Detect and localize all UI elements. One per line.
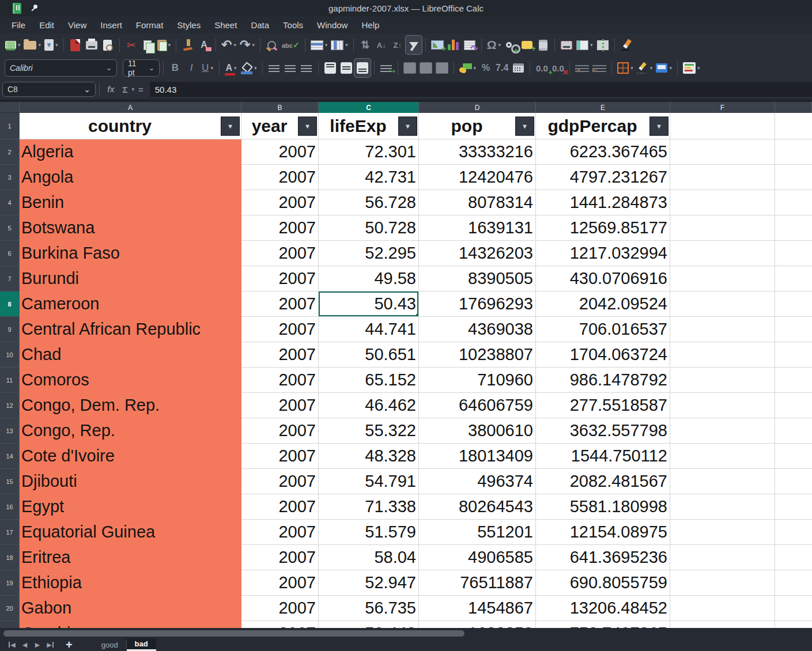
open-file-button[interactable]: ▾ bbox=[22, 36, 43, 54]
row-header-4[interactable]: 4 bbox=[0, 190, 20, 215]
caret-icon[interactable]: ▾ bbox=[590, 42, 593, 48]
scrollbar-thumb[interactable] bbox=[3, 630, 464, 637]
cell-E2[interactable]: 6223.367465 bbox=[536, 139, 670, 165]
cell-F17[interactable] bbox=[670, 520, 775, 545]
cell-12[interactable] bbox=[775, 393, 812, 418]
row-header-10[interactable]: 10 bbox=[0, 342, 20, 368]
cell-18[interactable] bbox=[775, 545, 812, 570]
paste-button[interactable]: ▾ bbox=[156, 36, 173, 54]
menu-item-file[interactable]: File bbox=[5, 18, 32, 32]
cell-E13[interactable]: 3632.557798 bbox=[536, 418, 670, 444]
cell-C19[interactable]: 52.947 bbox=[319, 570, 419, 596]
cell-F4[interactable] bbox=[670, 190, 775, 215]
show-draw-functions-button[interactable] bbox=[618, 36, 635, 54]
cell-A3[interactable]: Angola bbox=[20, 165, 241, 190]
row-header-11[interactable]: 11 bbox=[0, 368, 20, 393]
row-button[interactable]: ▾ bbox=[309, 36, 330, 54]
cell-F2[interactable] bbox=[670, 139, 775, 165]
row-header-16[interactable]: 16 bbox=[0, 494, 20, 520]
cell-A11[interactable]: Comoros bbox=[20, 368, 241, 393]
cell-E15[interactable]: 2082.481567 bbox=[536, 469, 670, 494]
header-cell-empty[interactable] bbox=[670, 113, 775, 139]
cell-2[interactable] bbox=[775, 139, 812, 165]
column-button[interactable]: ▾ bbox=[329, 36, 350, 54]
cell-B2[interactable]: 2007 bbox=[241, 139, 319, 165]
align-center-button[interactable] bbox=[282, 59, 299, 77]
caret-icon[interactable]: ▾ bbox=[234, 65, 237, 71]
percent-format-button[interactable]: % bbox=[478, 59, 494, 77]
cell-E17[interactable]: 12154.08975 bbox=[536, 520, 670, 545]
caret-icon[interactable]: ▾ bbox=[325, 42, 328, 48]
cell-13[interactable] bbox=[775, 418, 812, 444]
pivot-table-button[interactable] bbox=[462, 36, 478, 54]
cell-7[interactable] bbox=[775, 266, 812, 292]
function-wizard-button[interactable]: fx bbox=[103, 85, 118, 94]
sort-ascending-button[interactable]: A↓ bbox=[373, 36, 390, 54]
column-header-F[interactable]: F bbox=[670, 102, 775, 113]
caret-icon[interactable]: ▾ bbox=[630, 65, 633, 71]
add-sheet-button[interactable]: + bbox=[66, 638, 73, 651]
cell-A2[interactable]: Algeria bbox=[20, 139, 241, 165]
menu-item-format[interactable]: Format bbox=[129, 18, 171, 32]
cell-B6[interactable]: 2007 bbox=[241, 241, 319, 266]
cell-F16[interactable] bbox=[670, 494, 775, 520]
cell-B18[interactable]: 2007 bbox=[241, 545, 319, 570]
menu-item-tools[interactable]: Tools bbox=[276, 18, 310, 32]
cell-F20[interactable] bbox=[670, 596, 775, 621]
sum-button[interactable]: Σ bbox=[118, 85, 131, 94]
cell-14[interactable] bbox=[775, 444, 812, 469]
header-cell-lifeExp[interactable]: lifeExp▾ bbox=[319, 113, 419, 139]
cell-15[interactable] bbox=[775, 469, 812, 494]
cell-C11[interactable]: 65.152 bbox=[319, 368, 419, 393]
cell-E7[interactable]: 430.0706916 bbox=[536, 266, 670, 292]
cell-F13[interactable] bbox=[670, 418, 775, 444]
menu-item-edit[interactable]: Edit bbox=[32, 18, 61, 32]
date-format-button[interactable] bbox=[510, 59, 526, 77]
caret-icon[interactable]: ▾ bbox=[18, 42, 21, 48]
caret-icon[interactable]: ▾ bbox=[252, 42, 255, 48]
last-sheet-button[interactable]: ▶ bbox=[44, 641, 56, 649]
row-header-5[interactable]: 5 bbox=[0, 215, 20, 241]
formula-input[interactable]: 50.43 bbox=[150, 82, 812, 97]
row-header-20[interactable]: 20 bbox=[0, 596, 20, 621]
split-window-button[interactable] bbox=[595, 36, 611, 54]
cell-F14[interactable] bbox=[670, 444, 775, 469]
cell-C16[interactable]: 71.338 bbox=[319, 494, 419, 520]
first-sheet-button[interactable]: ◀ bbox=[6, 641, 18, 649]
sort-button[interactable]: ⇅ bbox=[357, 36, 373, 54]
cell-E11[interactable]: 986.1478792 bbox=[536, 368, 670, 393]
insert-chart-button[interactable] bbox=[445, 36, 462, 54]
caret-icon[interactable]: ▾ bbox=[55, 42, 58, 48]
cell-A9[interactable]: Central African Republic bbox=[20, 317, 241, 342]
cell-A10[interactable]: Chad bbox=[20, 342, 241, 368]
cell-D11[interactable]: 710960 bbox=[419, 368, 536, 393]
cell-B4[interactable]: 2007 bbox=[241, 190, 319, 215]
cell-E8[interactable]: 2042.09524 bbox=[536, 292, 670, 317]
cell-16[interactable] bbox=[775, 494, 812, 520]
cell-F21[interactable] bbox=[670, 621, 775, 628]
cell-B16[interactable]: 2007 bbox=[241, 494, 319, 520]
row-header-12[interactable]: 12 bbox=[0, 393, 20, 418]
cell-D9[interactable]: 4369038 bbox=[419, 317, 536, 342]
row-header-9[interactable]: 9 bbox=[0, 317, 20, 342]
cell-E3[interactable]: 4797.231267 bbox=[536, 165, 670, 190]
wrap-text-button[interactable] bbox=[378, 59, 394, 77]
cell-A14[interactable]: Cote d'Ivoire bbox=[20, 444, 241, 469]
cell-17[interactable] bbox=[775, 520, 812, 545]
menu-item-data[interactable]: Data bbox=[244, 18, 276, 32]
cell-F5[interactable] bbox=[670, 215, 775, 241]
number-format-button[interactable]: 7.4 bbox=[494, 59, 510, 77]
caret-icon[interactable]: ▾ bbox=[345, 42, 348, 48]
caret-icon[interactable]: ▾ bbox=[650, 65, 653, 71]
caret-icon[interactable]: ▾ bbox=[38, 42, 41, 48]
menu-item-sheet[interactable]: Sheet bbox=[207, 18, 244, 32]
row-header-7[interactable]: 7 bbox=[0, 266, 20, 292]
cell-10[interactable] bbox=[775, 342, 812, 368]
cell-8[interactable] bbox=[775, 292, 812, 317]
header-cell-pop[interactable]: pop▾ bbox=[419, 113, 536, 139]
increase-indent-button[interactable] bbox=[573, 59, 591, 77]
cell-C8[interactable]: 50.43 bbox=[319, 292, 419, 317]
cell-D21[interactable]: 1688359 bbox=[419, 621, 536, 628]
cell-A12[interactable]: Congo, Dem. Rep. bbox=[20, 393, 241, 418]
row-header-6[interactable]: 6 bbox=[0, 241, 20, 266]
